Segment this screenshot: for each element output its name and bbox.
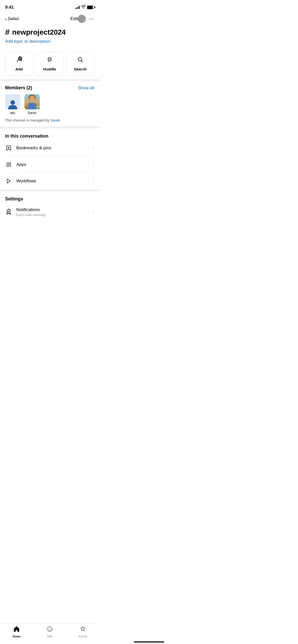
- edit-label[interactable]: Edit: [71, 16, 78, 21]
- battery-icon: [87, 6, 94, 9]
- svg-point-14: [7, 164, 8, 165]
- bookmarks-item[interactable]: Bookmarks & pins ›: [5, 140, 94, 156]
- status-time: 9:41: [5, 5, 14, 10]
- search-label: Search: [74, 67, 87, 71]
- bookmarks-chevron: ›: [93, 145, 94, 151]
- section-divider-3: [0, 189, 99, 191]
- add-topic-link[interactable]: Add topic or description: [5, 39, 50, 44]
- apps-icon: [5, 161, 12, 168]
- members-section: Members (2) Show all abc: [0, 81, 99, 126]
- managed-by-text: This channel is managed by Sarah.: [5, 118, 94, 122]
- abc-status-dot: [17, 106, 21, 110]
- wifi-icon: [81, 5, 86, 9]
- svg-line-7: [82, 61, 83, 62]
- workflows-left: Workflows: [5, 178, 36, 185]
- edit-button-wrap[interactable]: Edit: [78, 15, 86, 23]
- notifications-item[interactable]: Notifications Every new message ›: [5, 203, 94, 221]
- channel-title-row: # newproject2024: [5, 27, 94, 37]
- members-title: Members (2): [5, 85, 32, 91]
- svg-point-18: [8, 166, 9, 167]
- svg-point-8: [10, 100, 15, 105]
- members-row: abc Sarah: [5, 94, 94, 115]
- bookmarks-left: Bookmarks & pins: [5, 144, 51, 152]
- sarah-status-dot: [37, 106, 40, 110]
- status-bar: 9:41: [0, 0, 99, 13]
- huddle-icon: [46, 56, 53, 65]
- huddle-label: Huddle: [43, 67, 56, 71]
- svg-rect-21: [7, 210, 10, 214]
- svg-point-12: [8, 163, 9, 164]
- add-button[interactable]: Add: [5, 52, 33, 76]
- action-buttons: Add Huddle Search: [0, 48, 99, 79]
- apps-left: Apps: [5, 161, 26, 168]
- nav-actions: Edit ···: [78, 15, 94, 23]
- svg-point-17: [7, 166, 8, 167]
- more-button[interactable]: ···: [89, 16, 94, 22]
- settings-title: Settings: [5, 196, 23, 201]
- nav-bar: ‹ Safari Edit ···: [0, 13, 99, 25]
- add-label: Add: [15, 67, 23, 71]
- member-abc[interactable]: abc: [5, 94, 20, 115]
- svg-marker-20: [7, 179, 10, 183]
- channel-header: # newproject2024 Add topic or descriptio…: [0, 25, 99, 48]
- bookmarks-label: Bookmarks & pins: [16, 145, 51, 151]
- settings-section: Settings: [0, 191, 99, 221]
- show-all-link[interactable]: Show all: [78, 85, 94, 91]
- apps-label: Apps: [16, 162, 26, 167]
- apps-chevron: ›: [93, 162, 94, 167]
- svg-point-11: [7, 163, 8, 164]
- section-divider-2: [0, 126, 99, 128]
- safari-label: Safari: [8, 16, 19, 21]
- signal-icon: [75, 6, 80, 9]
- section-divider: [0, 79, 99, 81]
- notifications-icon: [5, 209, 12, 216]
- svg-point-16: [10, 164, 11, 165]
- svg-point-13: [10, 163, 11, 164]
- search-button[interactable]: Search: [66, 52, 94, 76]
- managed-by-link[interactable]: Sarah: [50, 118, 60, 122]
- svg-point-15: [8, 164, 9, 165]
- member-sarah-avatar-wrap: [24, 94, 40, 109]
- members-header: Members (2) Show all: [5, 85, 94, 91]
- hash-icon: #: [5, 27, 10, 37]
- svg-point-5: [50, 59, 51, 60]
- workflows-label: Workflows: [16, 179, 36, 184]
- conversation-title: In this conversation: [5, 134, 48, 139]
- member-sarah[interactable]: Sarah: [24, 94, 40, 115]
- workflows-icon: [5, 178, 12, 185]
- huddle-button[interactable]: Huddle: [36, 52, 64, 76]
- notifications-label: Notifications: [16, 207, 46, 212]
- notifications-text-wrap: Notifications Every new message: [16, 207, 46, 217]
- notifications-left: Notifications Every new message: [5, 207, 46, 217]
- conversation-section: In this conversation Bookmarks & pins ›: [0, 128, 99, 189]
- member-abc-avatar-wrap: [5, 94, 20, 109]
- channel-name: newproject2024: [12, 28, 66, 36]
- search-icon: [77, 56, 84, 65]
- back-button[interactable]: ‹ Safari: [5, 16, 19, 22]
- status-icons: [75, 5, 94, 9]
- notifications-subtitle: Every new message: [16, 213, 46, 217]
- member-abc-name: abc: [10, 111, 16, 115]
- add-icon: [16, 56, 23, 65]
- notifications-chevron: ›: [93, 209, 94, 215]
- workflows-item[interactable]: Workflows ›: [5, 173, 94, 189]
- apps-item[interactable]: Apps ›: [5, 156, 94, 173]
- svg-point-19: [10, 166, 11, 167]
- workflows-chevron: ›: [93, 179, 94, 184]
- svg-point-4: [49, 59, 50, 60]
- member-sarah-name: Sarah: [28, 111, 37, 115]
- nav-avatar: [78, 15, 86, 23]
- bookmark-icon: [5, 144, 12, 152]
